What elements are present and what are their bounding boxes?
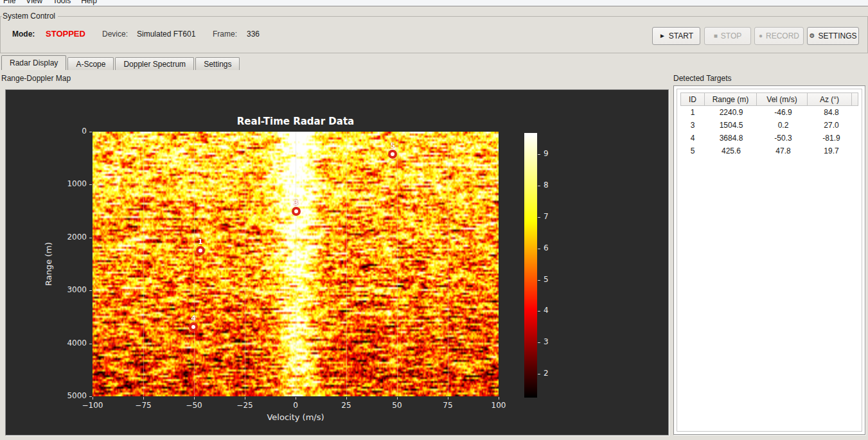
tab-doppler-spectrum[interactable]: Doppler Spectrum [115, 57, 194, 70]
tab-a-scope[interactable]: A-Scope [67, 57, 114, 70]
frame-value: 336 [247, 30, 260, 39]
column-header-c2[interactable]: Vel (m/s) [756, 92, 808, 106]
x-tick-mark [93, 397, 93, 400]
cell: -50.3 [757, 134, 809, 143]
x-axis-label: Velocity (m/s) [93, 412, 499, 422]
settings-button-label: SETTINGS [818, 31, 856, 40]
y-tick-label: 4000 [56, 339, 87, 348]
x-tick-mark [296, 397, 296, 400]
colorbar-tick-mark [538, 154, 540, 155]
y-tick-mark [89, 396, 92, 397]
x-tick-label: 50 [378, 401, 416, 410]
y-tick-mark [89, 238, 92, 238]
colorbar-tick-label: 4 [544, 306, 549, 315]
stop-button-label: STOP [721, 31, 741, 40]
tab-settings[interactable]: Settings [195, 57, 240, 70]
mode-label: Mode: [12, 30, 35, 39]
targets-table: IDRange (m)Vel (m/s)Az (°) 12240.9-46.98… [680, 92, 858, 157]
record-icon: ● [759, 33, 763, 39]
cell: 27.0 [809, 121, 854, 130]
x-tick-mark [397, 397, 398, 400]
menu-item-tools[interactable]: Tools [53, 0, 71, 5]
frame-label: Frame: [213, 30, 237, 39]
target-marker-3 [292, 207, 301, 216]
colorbar-tick-mark [538, 280, 540, 281]
tab-radar-display[interactable]: Radar Display [1, 55, 66, 70]
column-header-c1[interactable]: Range (m) [704, 92, 757, 106]
mode-status-value: STOPPED [46, 29, 85, 39]
menu-item-help[interactable]: Help [81, 0, 97, 5]
heatmap-plot-area: 1345 [93, 132, 499, 396]
start-button[interactable]: ► START [652, 27, 700, 45]
y-tick-label: 0 [56, 127, 87, 136]
menu-bar: FileViewToolsHelp [0, 0, 868, 6]
x-tick-mark [143, 397, 144, 400]
x-tick-mark [245, 397, 245, 400]
x-tick-mark [448, 397, 448, 400]
target-marker-5 [388, 150, 397, 159]
plot-title: Real-Time Radar Data [93, 116, 499, 127]
colorbar-tick-mark [538, 249, 540, 249]
menu-items: FileViewToolsHelp [3, 0, 97, 5]
colorbar-tick-label: 6 [544, 243, 549, 252]
stop-button[interactable]: ■ STOP [704, 27, 751, 45]
cell: 1 [680, 108, 705, 117]
x-tick-mark [194, 397, 195, 400]
colorbar-tick-mark [538, 217, 540, 218]
start-button-label: START [669, 31, 693, 40]
target-marker-4 [189, 322, 198, 331]
target-marker-label: 5 [390, 141, 395, 150]
cell: 1504.5 [705, 121, 757, 130]
targets-table-frame: IDRange (m)Vel (m/s)Az (°) 12240.9-46.98… [677, 89, 862, 432]
stop-icon: ■ [714, 33, 718, 39]
targets-table-header: IDRange (m)Vel (m/s)Az (°) [680, 92, 858, 106]
y-tick-label: 5000 [56, 391, 87, 400]
device-label: Device: [102, 30, 128, 39]
cell: 47.8 [757, 146, 809, 155]
table-row-target-3[interactable]: 31504.50.227.0 [680, 119, 858, 132]
cell: 4 [680, 134, 705, 143]
column-header-c3[interactable]: Az (°) [807, 92, 852, 106]
y-tick-mark [89, 344, 92, 344]
cell: 84.8 [809, 108, 854, 117]
y-axis-label: Range (m) [44, 242, 53, 286]
cell: 19.7 [809, 146, 854, 155]
x-tick-label: −25 [226, 401, 264, 410]
y-tick-mark [89, 132, 92, 132]
cell: -81.9 [809, 134, 854, 143]
table-row-target-4[interactable]: 43684.8-50.3-81.9 [680, 132, 858, 145]
y-tick-label: 1000 [56, 179, 87, 188]
y-tick-label: 3000 [56, 285, 87, 294]
x-tick-label: 75 [429, 401, 467, 410]
colorbar-tick-label: 9 [544, 149, 549, 158]
colorbar-tick-mark [538, 186, 540, 186]
x-tick-mark [499, 397, 499, 400]
system-control-group: System Control Mode: STOPPED Device: Sim… [0, 16, 868, 53]
menu-item-view[interactable]: View [26, 0, 42, 5]
record-button[interactable]: ● RECORD [754, 27, 804, 45]
column-header-c0[interactable]: ID [680, 92, 705, 106]
play-icon: ► [659, 33, 666, 39]
range-doppler-plot-panel: Real-Time Radar Data Range (m) Velocity … [5, 89, 669, 436]
menu-item-file[interactable]: File [3, 0, 15, 5]
radar-app-window: { "menu": { "items": ["File", "View", "T… [0, 0, 868, 440]
x-tick-label: 100 [479, 401, 518, 410]
colorbar-tick-label: 7 [544, 212, 549, 221]
colorbar-tick-label: 2 [544, 369, 549, 378]
gear-icon: ⚙ [810, 33, 815, 39]
colorbar-tick-label: 8 [544, 180, 549, 189]
tab-bar: Radar DisplayA-ScopeDoppler SpectrumSett… [1, 56, 241, 70]
range-doppler-map-label: Range-Doppler Map [1, 74, 71, 83]
target-marker-label: 4 [191, 314, 196, 322]
cell: 425.6 [705, 146, 757, 155]
y-tick-label: 2000 [56, 233, 87, 242]
cell: 3684.8 [705, 134, 757, 143]
colorbar-tick-label: 5 [544, 275, 549, 284]
device-value: Simulated FT601 [137, 30, 195, 39]
settings-button[interactable]: ⚙ SETTINGS [807, 27, 859, 45]
table-row-target-5[interactable]: 5425.647.819.7 [680, 145, 858, 157]
cell: 2240.9 [705, 108, 757, 117]
x-tick-label: −100 [73, 401, 112, 410]
record-button-label: RECORD [766, 31, 799, 40]
table-row-target-1[interactable]: 12240.9-46.984.8 [680, 106, 858, 119]
